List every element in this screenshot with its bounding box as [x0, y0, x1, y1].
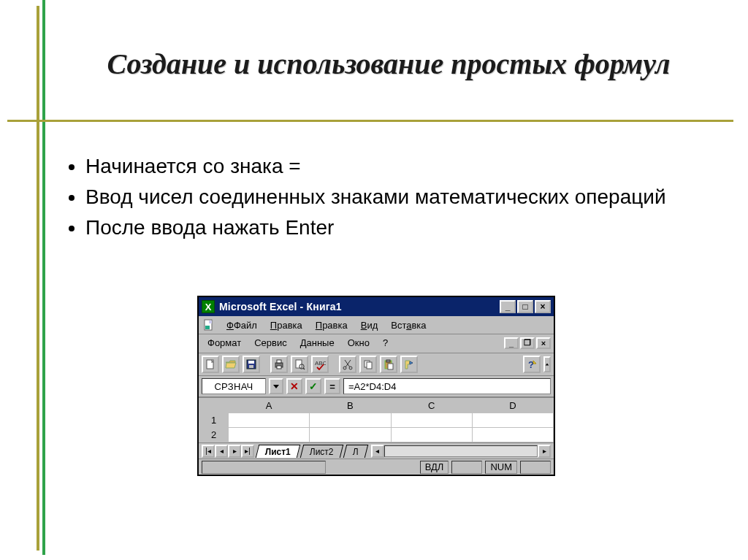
- save-button[interactable]: [243, 356, 260, 373]
- cell-b1[interactable]: [310, 413, 391, 428]
- menu-insert[interactable]: Вставка: [385, 318, 432, 332]
- svg-line-12: [303, 368, 305, 369]
- svg-line-14: [345, 360, 350, 367]
- statusbar: ВДЛ NUM: [199, 459, 554, 475]
- hscroll-track[interactable]: [384, 445, 538, 457]
- bullet-1: Начинается со знака =: [85, 153, 704, 180]
- col-header-d[interactable]: D: [472, 399, 553, 413]
- format-painter-button[interactable]: [400, 356, 418, 373]
- decor-line-horizontal: [7, 120, 733, 122]
- menu-format[interactable]: Формат: [202, 336, 247, 350]
- slide-title: Создание и использование простых формул: [73, 47, 704, 81]
- hscroll-left[interactable]: ◂: [371, 445, 384, 458]
- status-num: NUM: [485, 461, 517, 474]
- print-button[interactable]: [270, 356, 288, 373]
- print-preview-button[interactable]: [291, 356, 308, 373]
- col-header-c[interactable]: C: [391, 399, 472, 413]
- copy-button[interactable]: [359, 356, 377, 373]
- svg-rect-6: [249, 365, 253, 368]
- cell-b2[interactable]: [310, 428, 391, 442]
- cell-d2[interactable]: [472, 428, 553, 442]
- mdi-close-button[interactable]: ×: [536, 337, 551, 349]
- close-button[interactable]: ×: [535, 300, 551, 313]
- help-button[interactable]: ?: [523, 356, 541, 373]
- sheet-tab-2[interactable]: Лист2: [300, 445, 343, 458]
- cell-a1[interactable]: [229, 413, 310, 428]
- menu-tools[interactable]: Сервис: [248, 336, 293, 350]
- slide-content: Начинается со знака = Ввод чисел соедине…: [62, 150, 704, 244]
- minimize-button[interactable]: _: [500, 300, 516, 313]
- svg-point-16: [343, 367, 346, 369]
- menubar-row2: Формат Сервис Данные Окно ? _ ❐ ×: [199, 334, 554, 353]
- col-header-b[interactable]: B: [310, 399, 391, 413]
- svg-rect-19: [367, 362, 372, 369]
- maximize-button[interactable]: □: [517, 300, 533, 313]
- new-button[interactable]: [202, 356, 219, 373]
- menu-window[interactable]: Окно: [342, 336, 375, 350]
- status-bdl: ВДЛ: [420, 461, 449, 474]
- decor-line-green: [42, 0, 45, 555]
- formula-accept-button[interactable]: ✓: [305, 378, 321, 394]
- sheet-tab-3[interactable]: Л: [343, 445, 368, 458]
- mdi-minimize-button[interactable]: _: [504, 337, 519, 349]
- svg-rect-8: [277, 360, 281, 363]
- excel-app-icon: X: [202, 300, 215, 313]
- window-title: Microsoft Excel - Книга1: [219, 301, 495, 312]
- row-header-2[interactable]: 2: [199, 428, 229, 442]
- window-buttons: _ □ ×: [500, 300, 551, 313]
- cell-d1[interactable]: [472, 413, 553, 428]
- toolbar-overflow[interactable]: [543, 356, 551, 372]
- open-button[interactable]: [222, 356, 240, 373]
- name-box-dropdown[interactable]: [269, 378, 283, 394]
- spellcheck-button[interactable]: ABC: [311, 356, 329, 373]
- formula-equals-button[interactable]: =: [324, 378, 340, 394]
- svg-marker-25: [273, 385, 279, 388]
- formula-text: =A2*D4:D4: [348, 381, 396, 392]
- row-header-1[interactable]: 1: [199, 413, 229, 428]
- status-blank2: [520, 461, 551, 474]
- worksheet-grid[interactable]: A B C D 1 2: [199, 398, 554, 442]
- cut-button[interactable]: [339, 356, 356, 373]
- tab-nav-first[interactable]: |◂: [202, 445, 215, 458]
- cell-c2[interactable]: [391, 428, 472, 442]
- svg-rect-22: [388, 364, 393, 369]
- svg-rect-2: [209, 321, 212, 323]
- toolbar: ABC ?: [199, 353, 554, 376]
- bullet-3: После ввода нажать Enter: [85, 214, 704, 242]
- svg-rect-5: [248, 361, 254, 364]
- slide: Создание и использование простых формул …: [0, 0, 748, 560]
- sheet-tabs-row: |◂ ◂ ▸ ▸| Лист1 Лист2 Л ◂ ▸: [199, 442, 554, 459]
- col-header-a[interactable]: A: [229, 399, 310, 413]
- menu-data[interactable]: Данные: [294, 336, 340, 350]
- svg-rect-10: [296, 360, 302, 368]
- cell-c1[interactable]: [391, 413, 472, 428]
- menu-view[interactable]: Вид: [355, 318, 384, 332]
- excel-window: X Microsoft Excel - Книга1 _ □ × ФФайлФа…: [197, 296, 555, 476]
- formula-cancel-button[interactable]: ✕: [286, 378, 302, 394]
- tab-nav-last[interactable]: ▸|: [241, 445, 254, 458]
- titlebar: X Microsoft Excel - Книга1 _ □ ×: [199, 297, 554, 316]
- document-icon[interactable]: [202, 318, 216, 332]
- menu-edit1[interactable]: Правка: [264, 318, 308, 332]
- menubar: ФФайлФайл Правка Правка Вид Вставка: [199, 316, 554, 334]
- tab-nav-prev[interactable]: ◂: [215, 445, 228, 458]
- select-all-corner[interactable]: [199, 399, 229, 413]
- worksheet-area: A B C D 1 2: [199, 397, 554, 442]
- paste-button[interactable]: [380, 356, 397, 373]
- svg-line-15: [346, 360, 351, 367]
- name-box[interactable]: СРЗНАЧ: [202, 378, 266, 394]
- hscroll-right[interactable]: ▸: [538, 445, 551, 458]
- mdi-restore-button[interactable]: ❐: [520, 337, 535, 349]
- formula-input[interactable]: =A2*D4:D4: [343, 378, 551, 394]
- horizontal-scrollbar[interactable]: ◂ ▸: [371, 445, 551, 458]
- cell-a2[interactable]: [229, 428, 310, 442]
- menu-edit2[interactable]: Правка: [310, 318, 354, 332]
- menu-file[interactable]: ФФайлФайл: [221, 318, 263, 332]
- svg-point-17: [349, 367, 352, 369]
- tab-nav-next[interactable]: ▸: [228, 445, 241, 458]
- bullet-2: Ввод чисел соединенных знаками математич…: [85, 183, 704, 211]
- menu-help[interactable]: ?: [377, 336, 394, 350]
- excel-screenshot: X Microsoft Excel - Книга1 _ □ × ФФайлФа…: [197, 296, 555, 476]
- sheet-tab-active[interactable]: Лист1: [256, 445, 301, 458]
- status-mode: [202, 461, 326, 474]
